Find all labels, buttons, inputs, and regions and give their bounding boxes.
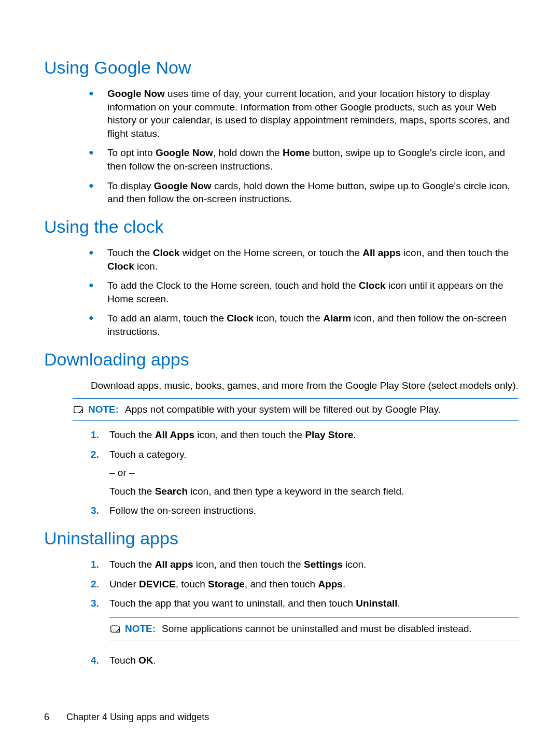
text-run: uses time of day, your current location,… [107,88,510,139]
downloading-note: NOTE: Apps not compatible with your syst… [73,398,519,421]
downloading-steps: 1. Touch the All Apps icon, and then tou… [91,428,519,517]
bold-text: Clock [153,247,180,258]
note-text: Apps not compatible with your system wil… [125,403,519,416]
clock-content: ● Touch the Clock widget on the Home scr… [91,246,519,339]
list-item: ● Google Now uses time of day, your curr… [91,87,519,140]
list-item: 2. Touch a category. – or – Touch the Se… [91,448,519,498]
bold-text: Uninstall [356,598,397,609]
list-item: 1. Touch the All apps icon, and then tou… [91,558,519,571]
text-run: Touch [109,655,138,666]
text-run: , hold down the [213,147,283,158]
text-run: Touch the [109,429,155,440]
clock-bullets: ● Touch the Clock widget on the Home scr… [91,246,519,339]
bold-text: Google Now [154,180,212,191]
bold-text: Storage [208,579,245,589]
list-item: ● To add the Clock to the Home screen, t… [91,279,519,305]
heading-using-google-now: Using Google Now [44,56,519,80]
step-number: 4. [91,654,103,667]
uninstalling-steps: 1. Touch the All apps icon, and then tou… [91,558,519,667]
note-box: NOTE: Some applications cannot be uninst… [109,617,519,640]
bold-text: Google Now [107,88,165,99]
list-item-text: To add an alarm, touch the Clock icon, t… [98,312,519,338]
list-item-text: Follow the on-screen instructions. [103,504,519,517]
note-box: NOTE: Apps not compatible with your syst… [73,398,519,421]
bullet-icon: ● [89,312,98,324]
step-number: 3. [91,504,103,517]
document-page: Using Google Now ● Google Now uses time … [0,0,560,745]
bold-text: Clock [107,261,134,272]
text-run: Touch the [109,486,155,497]
bullet-icon: ● [89,246,98,259]
list-item-text: To add the Clock to the Home screen, tou… [98,279,519,305]
list-item: 2. Under DEVICE, touch Storage, and then… [91,578,519,591]
text-run: To opt into [107,147,156,158]
heading-using-the-clock: Using the clock [44,215,519,239]
text-run: To add the Clock to the Home screen, tou… [107,280,359,291]
note-icon [73,404,84,414]
list-item: ● To display Google Now cards, hold down… [91,179,519,206]
page-number: 6 [44,712,49,722]
bold-text: Apps [318,579,343,589]
note-icon [109,623,121,634]
uninstalling-ol: 1. Touch the All apps icon, and then tou… [91,558,519,667]
downloading-content: Download apps, music, books, games, and … [91,379,519,392]
step-number: 1. [91,428,103,442]
bold-text: Google Now [156,147,213,158]
bold-text: Settings [304,559,343,570]
list-item: ● To opt into Google Now, hold down the … [91,146,519,173]
text-run: . [343,579,345,589]
list-item-text: To display Google Now cards, hold down t… [98,179,519,206]
list-item-text: Touch OK. [103,654,519,667]
list-item: ● Touch the Clock widget on the Home scr… [91,246,519,273]
note-label: NOTE: [88,403,119,416]
text-run: icon, and then type a keyword in the sea… [188,486,404,497]
heading-downloading-apps: Downloading apps [44,348,519,372]
text-run: To add an alarm, touch the [107,313,227,324]
google-now-bullets: ● Google Now uses time of day, your curr… [91,87,519,206]
bullet-icon: ● [89,87,98,100]
bold-text: All Apps [155,429,194,440]
text-run: Touch the [109,559,155,570]
step-subtext: Touch the Search icon, and then type a k… [109,485,519,498]
step-number: 1. [91,558,103,571]
bold-text: All apps [155,559,193,570]
step-number: 2. [91,578,103,591]
list-item-text: Touch a category. – or – Touch the Searc… [103,448,519,498]
bold-text: Search [155,486,188,497]
google-now-content: ● Google Now uses time of day, your curr… [91,87,519,206]
list-item-text: Touch the Clock widget on the Home scree… [98,246,519,273]
or-divider: – or – [109,466,519,480]
list-item: ● To add an alarm, touch the Clock icon,… [91,312,519,338]
text-run: icon, and then touch the [194,429,305,440]
note-text: Some applications cannot be uninstalled … [162,622,519,636]
text-run: icon, touch the [254,313,323,324]
list-item-text: Under DEVICE, touch Storage, and then to… [103,578,519,591]
text-run: . [153,655,156,666]
list-item: 3. Touch the app that you want to uninst… [91,597,519,647]
text-run: , and then touch [245,579,318,589]
text-run: . [398,598,400,609]
text-run: Touch a category. [109,449,187,460]
chapter-title: Chapter 4 Using apps and widgets [66,712,209,722]
text-run: widget on the Home screen, or touch the [179,247,362,258]
list-item-text: Touch the All Apps icon, and then touch … [103,428,519,442]
bold-text: Play Store [305,429,353,440]
bullet-icon: ● [89,146,98,159]
bold-text: OK [138,655,153,666]
step-number: 3. [91,597,103,610]
text-run: icon, and then touch the [401,247,509,258]
bold-text: Clock [227,313,254,324]
bold-text: All apps [362,247,401,258]
bold-text: DEVICE [139,579,176,589]
bullet-icon: ● [89,279,98,291]
text-run: To display [107,180,154,191]
list-item-text: To opt into Google Now, hold down the Ho… [98,146,519,173]
bold-text: Clock [359,280,386,291]
list-item-text: Touch the All apps icon, and then touch … [103,558,519,571]
text-run: , touch [176,579,208,589]
bold-text: Alarm [323,313,351,324]
downloading-intro: Download apps, music, books, games, and … [91,379,519,392]
bold-text: Home [283,147,310,158]
downloading-ol: 1. Touch the All Apps icon, and then tou… [91,428,519,517]
text-run: icon. [134,261,158,272]
